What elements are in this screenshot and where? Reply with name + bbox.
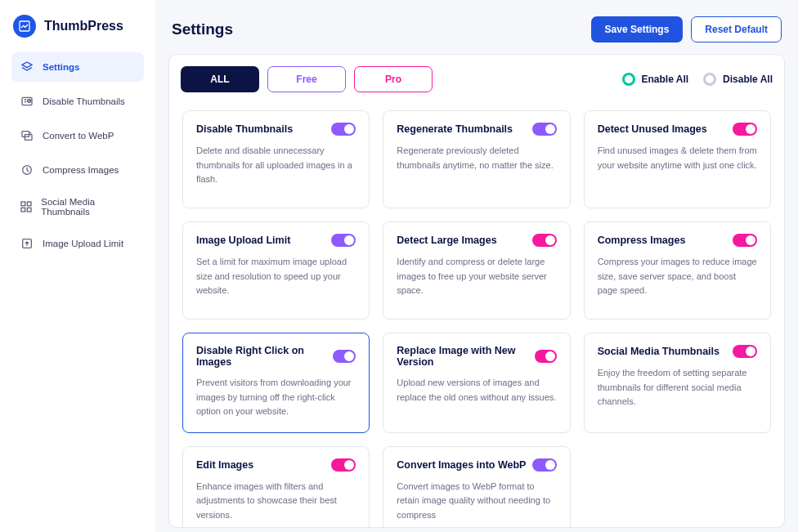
card-title: Detect Large Images <box>397 235 496 246</box>
social-thumbnails-icon <box>20 199 33 214</box>
tab-all[interactable]: ALL <box>181 66 259 92</box>
sidebar-item-image-upload-limit[interactable]: Image Upload Limit <box>11 229 144 258</box>
main: Settings Save Settings Reset Default ALL… <box>155 0 798 532</box>
card-desc: Prevent visitors from downloading your i… <box>196 376 356 419</box>
feature-toggle[interactable] <box>733 123 757 136</box>
card-desc: Set a limit for maximum image upload siz… <box>196 255 356 298</box>
card-desc: Regenerate previously deleted thumbnails… <box>397 144 556 172</box>
disable-all-label: Disable All <box>723 74 773 85</box>
card-desc: Convert images to WebP format to retain … <box>397 480 556 523</box>
sidebar-item-label: Social Media Thumbnails <box>41 197 136 217</box>
card-head: Edit Images <box>196 458 356 472</box>
feature-toggle[interactable] <box>331 458 356 472</box>
sidebar-item-disable-thumbnails[interactable]: Disable Thumbnails <box>11 87 144 116</box>
card-head: Social Media Thumbnails <box>598 345 757 358</box>
card-title: Social Media Thumbnails <box>598 346 720 357</box>
enable-all-option[interactable]: Enable All <box>622 73 689 86</box>
card-desc: Enhance images with filters and adjustme… <box>196 480 356 523</box>
feature-card-disable-thumbnails[interactable]: Disable ThumbnailsDelete and disable unn… <box>182 110 370 208</box>
sidebar-item-label: Convert to WebP <box>43 131 114 141</box>
filter-tabs: ALL Free Pro <box>181 66 433 92</box>
tab-pro[interactable]: Pro <box>354 66 433 92</box>
sidebar-item-compress-images[interactable]: Compress Images <box>11 155 144 185</box>
svg-rect-6 <box>21 202 25 206</box>
card-title: Convert Images into WebP <box>397 459 526 471</box>
sidebar-item-convert-to-webp[interactable]: Convert to WebP <box>11 121 144 150</box>
radio-ring-icon <box>703 73 716 86</box>
reset-default-button[interactable]: Reset Default <box>691 16 782 42</box>
enable-all-group: Enable All Disable All <box>622 73 773 86</box>
feature-card-detect-large-images[interactable]: Detect Large ImagesIdentify and compress… <box>383 221 570 320</box>
upload-limit-icon <box>20 236 34 251</box>
svg-rect-7 <box>27 202 31 206</box>
feature-card-image-upload-limit[interactable]: Image Upload LimitSet a limit for maximu… <box>182 221 370 320</box>
sidebar-nav: SettingsDisable ThumbnailsConvert to Web… <box>11 52 144 258</box>
brand: ThumbPress <box>13 15 142 38</box>
filter-row: ALL Free Pro Enable All Disable All <box>181 66 773 92</box>
card-head: Image Upload Limit <box>196 234 356 247</box>
disable-all-option[interactable]: Disable All <box>703 73 773 86</box>
sidebar-item-social-media-thumbnails[interactable]: Social Media Thumbnails <box>11 190 144 224</box>
convert-webp-icon <box>20 128 34 143</box>
feature-toggle[interactable] <box>535 350 556 363</box>
settings-grid: Disable ThumbnailsDelete and disable unn… <box>181 110 773 528</box>
sidebar-item-label: Image Upload Limit <box>43 239 123 248</box>
card-head: Disable Thumbnails <box>196 123 356 136</box>
card-title: Image Upload Limit <box>196 235 290 246</box>
card-head: Detect Large Images <box>397 234 556 247</box>
card-head: Replace Image with New Version <box>397 345 556 368</box>
layers-icon <box>20 60 34 74</box>
card-desc: Delete and disable unnecessary thumbnail… <box>196 144 356 187</box>
feature-toggle[interactable] <box>532 458 557 472</box>
settings-panel: ALL Free Pro Enable All Disable All Disa… <box>168 54 785 528</box>
sidebar-item-settings[interactable]: Settings <box>11 52 144 82</box>
feature-toggle[interactable] <box>733 345 757 358</box>
brand-logo <box>13 15 36 38</box>
sidebar: ThumbPress SettingsDisable ThumbnailsCon… <box>0 0 155 532</box>
feature-card-detect-unused-images[interactable]: Detect Unused ImagesFind unused images &… <box>584 110 771 208</box>
svg-rect-9 <box>27 208 31 212</box>
brand-name: ThumbPress <box>44 19 123 34</box>
card-title: Replace Image with New Version <box>397 345 535 368</box>
card-desc: Upload new versions of images and replac… <box>397 376 556 405</box>
card-head: Detect Unused Images <box>598 123 757 136</box>
feature-card-edit-images[interactable]: Edit ImagesEnhance images with filters a… <box>182 446 370 528</box>
save-settings-button[interactable]: Save Settings <box>591 16 684 42</box>
feature-toggle[interactable] <box>532 123 557 136</box>
card-title: Edit Images <box>196 459 253 471</box>
feature-card-social-media-thumbnails[interactable]: Social Media ThumbnailsEnjoy the freedom… <box>584 333 771 433</box>
feature-toggle[interactable] <box>333 350 356 363</box>
card-title: Detect Unused Images <box>598 123 707 135</box>
feature-toggle[interactable] <box>532 234 557 247</box>
disable-thumbnails-icon <box>20 94 34 109</box>
card-desc: Compress your images to reduce image siz… <box>598 255 757 298</box>
card-title: Regenerate Thumbnails <box>397 123 513 135</box>
card-title: Disable Thumbnails <box>196 123 293 135</box>
card-desc: Enjoy the freedom of setting separate th… <box>598 366 757 409</box>
card-head: Compress Images <box>598 234 757 247</box>
tab-free[interactable]: Free <box>267 66 346 92</box>
feature-card-disable-right-click-on-images[interactable]: Disable Right Click on ImagesPrevent vis… <box>182 333 370 433</box>
feature-card-convert-images-into-webp[interactable]: Convert Images into WebPConvert images t… <box>383 446 570 528</box>
card-head: Regenerate Thumbnails <box>397 123 556 136</box>
compress-icon <box>20 163 34 177</box>
feature-card-compress-images[interactable]: Compress ImagesCompress your images to r… <box>584 221 771 320</box>
card-title: Compress Images <box>598 235 686 246</box>
header-actions: Save Settings Reset Default <box>591 16 782 42</box>
feature-toggle[interactable] <box>331 234 356 247</box>
feature-card-replace-image-with-new-version[interactable]: Replace Image with New VersionUpload new… <box>383 333 570 433</box>
thumbpress-logo-icon <box>18 20 31 33</box>
header: Settings Save Settings Reset Default <box>172 16 782 42</box>
enable-all-label: Enable All <box>642 74 689 85</box>
radio-ring-icon <box>622 73 635 86</box>
feature-toggle[interactable] <box>733 234 757 247</box>
page-title: Settings <box>172 20 233 38</box>
sidebar-item-label: Compress Images <box>43 165 119 175</box>
feature-toggle[interactable] <box>331 123 356 136</box>
sidebar-item-label: Settings <box>43 62 79 72</box>
card-head: Convert Images into WebP <box>397 458 556 472</box>
card-head: Disable Right Click on Images <box>196 345 356 368</box>
svg-rect-8 <box>21 208 25 212</box>
card-desc: Identify and compress or delete large im… <box>397 255 556 298</box>
feature-card-regenerate-thumbnails[interactable]: Regenerate ThumbnailsRegenerate previous… <box>383 110 570 208</box>
